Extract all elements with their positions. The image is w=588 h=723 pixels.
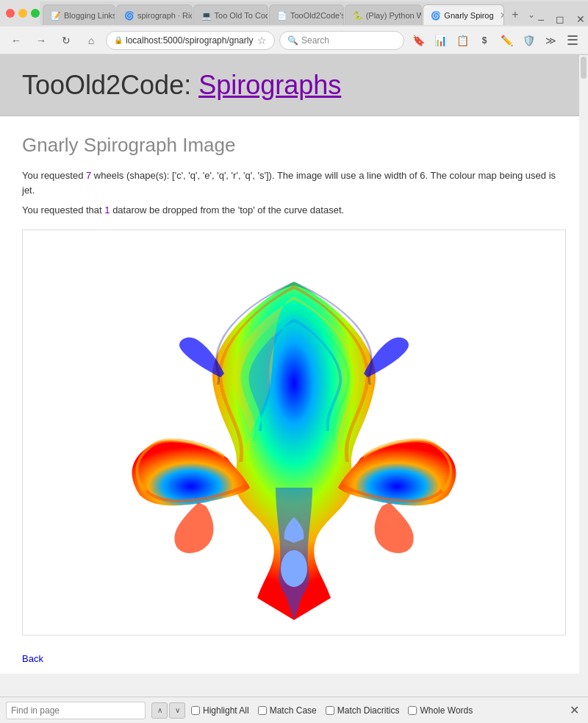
bookmark-icon[interactable]: ☆ — [257, 35, 267, 46]
content-wrapper: TooOld2Code: Spirographs Gnarly Spirogra… — [0, 55, 588, 674]
window-controls: – ◻ ✕ — [538, 13, 585, 25]
scrollbar-thumb[interactable] — [581, 57, 587, 79]
shield-icon[interactable]: 🛡️ — [519, 31, 538, 50]
tab-play-python[interactable]: 🐍 (Play) Python W — [345, 4, 423, 25]
site-header: TooOld2Code: Spirographs — [0, 55, 588, 116]
find-options: Highlight All Match Case Match Diacritic… — [191, 705, 473, 716]
match-diacritics-checkbox[interactable] — [326, 706, 334, 715]
desc2-suffix: datarow be dropped from the 'top' of the… — [110, 204, 345, 216]
match-case-option[interactable]: Match Case — [258, 705, 317, 716]
pocket-icon[interactable]: 📋 — [453, 31, 472, 50]
whole-words-label: Whole Words — [420, 705, 473, 716]
tab-label: Too Old To Cod — [215, 11, 268, 20]
window-close-button[interactable]: ✕ — [576, 13, 585, 25]
tabs-chevron-icon[interactable]: ⌄ — [525, 4, 537, 25]
tab-favicon: 📝 — [51, 11, 60, 20]
tab-blogging-links[interactable]: 📝 Blogging Links — [43, 4, 115, 25]
find-close-button[interactable]: ✕ — [566, 702, 582, 719]
tab-close-icon[interactable]: ✕ — [500, 10, 504, 21]
tab-favicon: 💻 — [201, 11, 210, 20]
dollar-icon[interactable]: $ — [475, 31, 494, 50]
navigation-bar: ← → ↻ ⌂ 🔒 localhost:5000/spirograph/gnar… — [0, 26, 588, 54]
find-next-button[interactable]: ∨ — [169, 702, 185, 719]
search-bar[interactable]: 🔍 Search — [279, 31, 404, 50]
match-diacritics-option[interactable]: Match Diacritics — [326, 705, 400, 716]
tab-gnarly-spirog[interactable]: 🌀 Gnarly Spirog ✕ — [423, 4, 504, 25]
tab-favicon: 🌀 — [431, 11, 440, 20]
back-link[interactable]: Back — [22, 653, 43, 664]
find-navigation: ∧ ∨ — [151, 702, 185, 719]
window-minimize-button[interactable]: – — [538, 13, 544, 25]
page-area: TooOld2Code: Spirographs Gnarly Spirogra… — [0, 55, 588, 674]
find-prev-button[interactable]: ∧ — [151, 702, 168, 719]
tab-label: Gnarly Spirog — [444, 11, 493, 20]
bookmarks-icon[interactable]: 🔖 — [409, 31, 428, 50]
tab-tooold2code[interactable]: 📄 TooOld2Code's — [269, 4, 344, 25]
forward-button[interactable]: → — [31, 30, 51, 51]
spirograph-container — [22, 229, 566, 635]
address-text: localhost:5000/spirograph/gnarly — [126, 35, 254, 46]
search-placeholder: Search — [301, 35, 329, 46]
security-icon: 🔒 — [114, 36, 123, 44]
description-2: You requested that 1 datarow be dropped … — [22, 203, 566, 218]
site-title: TooOld2Code: Spirographs — [22, 70, 566, 101]
site-title-link[interactable]: Spirographs — [198, 70, 341, 100]
home-button[interactable]: ⌂ — [81, 30, 101, 51]
tab-favicon: 🌀 — [124, 11, 133, 20]
datarow-count: 1 — [104, 204, 110, 216]
tab-label: TooOld2Code's — [290, 11, 344, 20]
maximize-window-button[interactable] — [31, 9, 40, 18]
title-bar: 📝 Blogging Links 🌀 spirograph · Ric 💻 To… — [0, 0, 588, 26]
edit-icon[interactable]: ✏️ — [497, 31, 516, 50]
whole-words-checkbox[interactable] — [408, 706, 417, 715]
tab-favicon: 🐍 — [353, 11, 362, 20]
address-bar[interactable]: 🔒 localhost:5000/spirograph/gnarly ☆ — [106, 31, 275, 50]
tab-favicon: 📄 — [277, 11, 286, 20]
page-title: Gnarly Spirograph Image — [22, 134, 566, 157]
find-bar: ∧ ∨ Highlight All Match Case Match Diacr… — [0, 697, 588, 723]
desc2-prefix: You requested that — [22, 204, 104, 216]
close-window-button[interactable] — [6, 9, 15, 18]
window-restore-button[interactable]: ◻ — [556, 13, 564, 25]
match-diacritics-label: Match Diacritics — [337, 705, 400, 716]
menu-icon[interactable]: ☰ — [563, 31, 582, 50]
match-case-checkbox[interactable] — [258, 706, 267, 715]
back-button[interactable]: ← — [6, 30, 26, 51]
highlight-all-label: Highlight All — [203, 705, 249, 716]
tab-label: (Play) Python W — [366, 11, 423, 20]
find-in-page-input[interactable] — [6, 702, 146, 719]
tab-label: spirograph · Ric — [137, 11, 193, 20]
match-case-label: Match Case — [270, 705, 317, 716]
whole-words-option[interactable]: Whole Words — [408, 705, 473, 716]
reader-view-icon[interactable]: 📊 — [431, 31, 450, 50]
site-title-text: TooOld2Code: — [22, 70, 198, 100]
wheels-count: 7 — [86, 170, 91, 181]
spirograph-image — [96, 238, 492, 627]
search-icon: 🔍 — [287, 35, 298, 46]
tab-label: Blogging Links — [64, 11, 115, 20]
traffic-lights — [6, 9, 40, 18]
minimize-window-button[interactable] — [18, 9, 27, 18]
tabs-bar: 📝 Blogging Links 🌀 spirograph · Ric 💻 To… — [40, 1, 588, 25]
browser-chrome: 📝 Blogging Links 🌀 spirograph · Ric 💻 To… — [0, 0, 588, 55]
nav-icons: 🔖 📊 📋 $ ✏️ 🛡️ ≫ ☰ — [409, 31, 582, 50]
scrollbar-track[interactable] — [579, 55, 588, 674]
new-tab-button[interactable]: + — [506, 4, 524, 25]
highlight-all-option[interactable]: Highlight All — [191, 705, 249, 716]
highlight-all-checkbox[interactable] — [191, 706, 200, 715]
description-1: You requested 7 wheels (shape(s): ['c', … — [22, 168, 566, 197]
reload-button[interactable]: ↻ — [56, 30, 76, 51]
more-tools-icon[interactable]: ≫ — [541, 31, 560, 50]
tab-spirograph[interactable]: 🌀 spirograph · Ric — [116, 4, 193, 25]
tab-too-old[interactable]: 💻 Too Old To Cod — [193, 4, 268, 25]
